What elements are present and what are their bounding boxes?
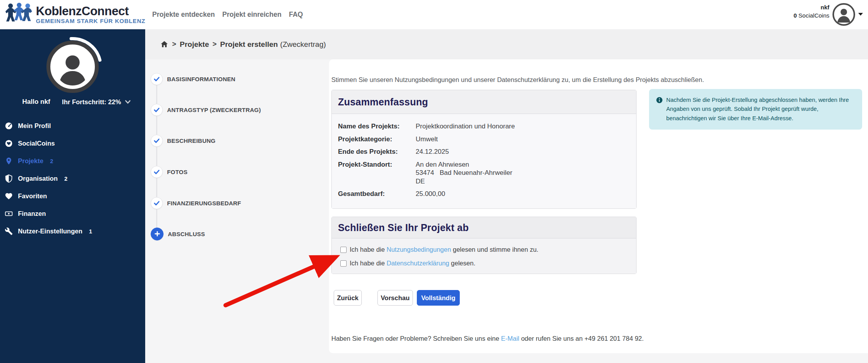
info-icon (656, 97, 663, 123)
step-plus-icon (151, 228, 164, 240)
sidebar-greeting: Hallo nkf (22, 98, 50, 106)
summary-row-gesamtbedarf: Gesamtbedarf: 25.000,00 (338, 190, 630, 198)
step-antragstyp[interactable]: ANTRAGSTYP (ZWECKERTRAG) (151, 103, 261, 116)
terms-checkbox[interactable] (340, 247, 347, 253)
summary-title: Zusammenfassung (338, 96, 428, 108)
sidebar-item-favoriten[interactable]: Favoriten (0, 187, 145, 205)
summary-row-standort: Projekt-Standort: An den Ahrwiesen 53474… (338, 160, 630, 186)
step-abschluss[interactable]: ABSCHLUSS (151, 228, 205, 240)
user-name: nkf (793, 4, 829, 11)
info-box: Nachdem Sie die Projekt-Erstellung abges… (649, 89, 862, 130)
nav-faq[interactable]: FAQ (289, 11, 303, 19)
wrench-icon (5, 227, 13, 235)
tachometer-icon (5, 122, 13, 130)
preview-button[interactable]: Vorschau (377, 290, 413, 306)
privacy-checkbox-row: Ich habe die Datenschutzerklärung gelese… (340, 260, 630, 267)
finish-card: Schließen Sie Ihr Projekt ab Ich habe di… (331, 217, 637, 274)
main-content: BASISINFORMATIONEN ANTRAGSTYP (ZWECKERTR… (145, 59, 868, 363)
step-basisinformationen[interactable]: BASISINFORMATIONEN (151, 73, 235, 85)
nutzungsbedingungen-link[interactable]: Nutzungsbedingungen (387, 246, 451, 253)
sidebar-menu: Mein Profil SocialCoins Projekte 2 Organ… (0, 117, 145, 240)
sidebar-item-socialcoins[interactable]: SocialCoins (0, 135, 145, 152)
user-info: nkf 0 SocialCoins (793, 4, 829, 20)
step-beschreibung[interactable]: BESCHREIBUNG (151, 134, 215, 147)
user-socialcoins: 0 SocialCoins (793, 11, 829, 20)
breadcrumb-projekte[interactable]: Projekte (180, 40, 209, 49)
step-check-icon (151, 166, 163, 178)
logo-title: KoblenzConnect (36, 5, 145, 18)
step-check-icon (151, 135, 163, 147)
back-button[interactable]: Zurück (334, 290, 362, 306)
breadcrumb-suffix: (Zweckertrag) (280, 40, 326, 49)
app-header: KoblenzConnect GEMEINSAM STARK FÜR KOBLE… (0, 0, 868, 29)
sidebar-item-organisation[interactable]: Organisation 2 (0, 170, 145, 187)
app-logo[interactable]: KoblenzConnect GEMEINSAM STARK FÜR KOBLE… (5, 2, 145, 27)
user-avatar[interactable] (832, 3, 855, 26)
stepper-connector (156, 79, 157, 234)
person-icon (834, 5, 854, 24)
summary-row-kategorie: Projektkategorie: Umwelt (338, 135, 630, 144)
email-link[interactable]: E-Mail (501, 335, 519, 342)
sidebar-item-mein-profil[interactable]: Mein Profil (0, 117, 145, 135)
heart-icon (5, 192, 13, 200)
step-check-icon (151, 197, 163, 209)
user-menu-caret-icon[interactable] (858, 13, 863, 16)
step-finanzierungsbedarf[interactable]: FINANZIERUNGSBEDARF (151, 197, 241, 209)
breadcrumb: > Projekte > Projekt erstellen (Zweckert… (145, 29, 868, 59)
profile-avatar[interactable] (42, 36, 103, 97)
chevron-down-icon (125, 100, 131, 104)
intro-text: Stimmen Sie unseren Nutzungsbedingungen … (331, 76, 808, 84)
nav-projekt-einreichen[interactable]: Projekt einreichen (222, 11, 281, 19)
help-text: Haben Sie Fragen oder Probleme? Schreibe… (331, 335, 644, 342)
progress-toggle[interactable]: Ihr Fortschritt: 22% (62, 98, 131, 106)
complete-button[interactable]: Vollständig (417, 290, 460, 306)
sidebar-item-finanzen[interactable]: Finanzen (0, 205, 145, 222)
step-check-icon (151, 73, 163, 85)
datenschutzerklaerung-link[interactable]: Datenschutzerklärung (387, 260, 450, 267)
map-pin-icon (5, 157, 13, 165)
logo-subtitle: GEMEINSAM STARK FÜR KOBLENZ (36, 18, 145, 24)
money-icon (5, 210, 13, 218)
step-check-icon (151, 104, 163, 116)
people-logo-icon (5, 2, 33, 27)
info-text: Nachdem Sie die Projekt-Erstellung abges… (666, 96, 854, 123)
breadcrumb-current: Projekt erstellen (220, 40, 278, 49)
privacy-checkbox[interactable] (340, 260, 347, 267)
terms-checkbox-row: Ich habe die Nutzungsbedingungen gelesen… (340, 246, 630, 253)
shield-icon (5, 174, 13, 183)
home-icon[interactable] (160, 40, 169, 48)
heart-circle-icon (5, 139, 13, 148)
top-navigation: Projekte entdecken Projekt einreichen FA… (152, 0, 303, 29)
step-fotos[interactable]: FOTOS (151, 165, 187, 178)
profile-progress-ring (42, 36, 103, 97)
summary-row-ende: Ende des Projekts: 24.12.2025 (338, 148, 630, 156)
summary-card: Zusammenfassung Name des Projekts: Proje… (331, 90, 637, 209)
nav-projekte-entdecken[interactable]: Projekte entdecken (152, 11, 215, 19)
sidebar-item-nutzer-einstellungen[interactable]: Nutzer-Einstellungen 1 (0, 222, 145, 240)
finish-title: Schließen Sie Ihr Projekt ab (338, 222, 469, 233)
sidebar-item-projekte[interactable]: Projekte 2 (0, 152, 145, 170)
sidebar: Hallo nkf Ihr Fortschritt: 22% Mein Prof… (0, 29, 145, 363)
summary-row-name: Name des Projekts: Projektkoordination u… (338, 122, 630, 131)
